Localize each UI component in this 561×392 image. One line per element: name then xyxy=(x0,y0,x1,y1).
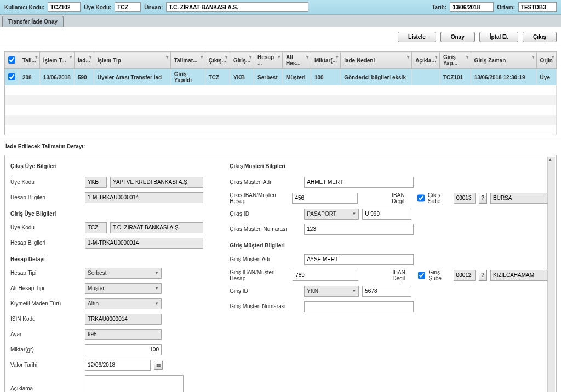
isin-field[interactable] xyxy=(85,314,162,325)
col-hesap[interactable]: Hesap ...▾ xyxy=(254,52,283,69)
table-row[interactable]: 208 13/06/2018 590 Üyeler Arası Transfer… xyxy=(5,69,557,86)
left-column: Çıkış Üye Bilgileri Üye Kodu Hesap Bilgi… xyxy=(10,163,213,393)
ayar-field[interactable] xyxy=(85,329,162,340)
calendar-icon[interactable]: ▦ xyxy=(154,361,163,370)
col-cikis[interactable]: Çıkış...▾ xyxy=(205,52,230,69)
filter-icon[interactable]: ▾ xyxy=(70,54,72,60)
out-iban-not-checkbox[interactable] xyxy=(417,193,425,204)
metal-type-select[interactable]: Altın xyxy=(85,298,162,309)
tab-bar: Transfer İade Onay xyxy=(0,15,561,27)
results-grid[interactable]: Tali...▾ İşlem T...▾ İad...▾ İşlem Tip▾ … xyxy=(4,51,557,135)
col-giris[interactable]: Giriş...▾ xyxy=(230,52,254,69)
member-code-label: Üye Kodu: xyxy=(84,4,111,10)
action-bar: Listele Onay İptal Et Çıkış xyxy=(0,27,561,47)
in-member-heading: Giriş Üye Bilgileri xyxy=(10,211,213,217)
env-label: Ortam: xyxy=(497,4,515,10)
user-code-label: Kullanıcı Kodu: xyxy=(4,4,44,10)
col-alt-hes[interactable]: Alt Hes...▾ xyxy=(282,52,311,69)
detail-panel: Çıkış Üye Bilgileri Üye Kodu Hesap Bilgi… xyxy=(4,155,557,393)
col-aciklama[interactable]: Açıkla...▾ xyxy=(412,52,440,69)
detail-section-title: İade Edilecek Talimatın Detayı: xyxy=(0,140,561,153)
approve-button[interactable]: Onay xyxy=(440,32,475,42)
out-iban-field[interactable] xyxy=(292,193,358,204)
in-branch-name[interactable] xyxy=(490,270,551,281)
filter-icon[interactable]: ▾ xyxy=(225,54,228,60)
member-code-field[interactable] xyxy=(115,2,141,12)
col-miktar[interactable]: Miktar(...▾ xyxy=(311,52,341,69)
row-checkbox[interactable] xyxy=(8,73,15,80)
valor-date-field[interactable] xyxy=(85,360,151,371)
out-member-name[interactable] xyxy=(110,177,203,188)
user-code-field[interactable] xyxy=(48,2,81,12)
list-button[interactable]: Listele xyxy=(398,32,436,42)
title-field[interactable] xyxy=(166,2,308,12)
in-member-code[interactable] xyxy=(85,222,107,233)
in-customer-name[interactable] xyxy=(304,254,414,265)
in-customer-heading: Giriş Müşteri Bilgileri xyxy=(230,243,551,249)
date-field[interactable] xyxy=(450,2,494,12)
quantity-field[interactable] xyxy=(85,344,162,355)
header-checkbox[interactable] xyxy=(8,56,15,64)
col-tali[interactable]: Tali...▾ xyxy=(19,52,40,69)
description-textarea[interactable] xyxy=(85,375,184,393)
col-giris-zaman[interactable]: Giriş Zaman▾ xyxy=(471,52,536,69)
col-giris-yap[interactable]: Giriş Yap...▾ xyxy=(439,52,471,69)
col-talimat[interactable]: Talimat...▾ xyxy=(170,52,205,69)
in-branch-lookup-button[interactable]: ? xyxy=(479,270,487,281)
filter-icon[interactable]: ▾ xyxy=(435,54,438,60)
out-branch-name[interactable] xyxy=(490,193,551,204)
out-member-heading: Çıkış Üye Bilgileri xyxy=(10,163,213,169)
filter-icon[interactable]: ▾ xyxy=(306,54,309,60)
tab-transfer-iade-onay[interactable]: Transfer İade Onay xyxy=(2,16,64,27)
title-label: Ünvan: xyxy=(144,4,163,10)
filter-icon[interactable]: ▾ xyxy=(201,54,203,60)
filter-icon[interactable]: ▾ xyxy=(407,54,410,60)
filter-icon[interactable]: ▾ xyxy=(532,54,535,60)
out-branch-lookup-button[interactable]: ? xyxy=(479,193,487,204)
out-id-type-select[interactable]: PASAPORT xyxy=(304,209,359,220)
col-islem-t[interactable]: İşlem T...▾ xyxy=(39,52,74,69)
in-id-value[interactable] xyxy=(362,286,411,297)
in-id-type-select[interactable]: YKN xyxy=(304,286,359,297)
right-column: Çıkış Müşteri Bilgileri Çıkış Müşteri Ad… xyxy=(230,163,551,393)
out-account-info[interactable] xyxy=(85,192,203,203)
in-member-name[interactable] xyxy=(110,222,203,233)
sub-account-type-select[interactable]: Müşteri xyxy=(85,283,162,294)
in-account-info[interactable] xyxy=(85,238,203,249)
filter-icon[interactable]: ▾ xyxy=(336,54,339,60)
filter-icon[interactable]: ▾ xyxy=(466,54,469,60)
col-islem-tip[interactable]: İşlem Tip▾ xyxy=(94,52,170,69)
filter-icon[interactable]: ▾ xyxy=(89,54,92,60)
filter-icon[interactable]: ▾ xyxy=(552,54,554,60)
account-type-select[interactable]: Serbest xyxy=(85,268,162,279)
cancel-button[interactable]: İptal Et xyxy=(479,32,518,42)
in-branch-code[interactable] xyxy=(454,270,476,281)
env-field[interactable] xyxy=(518,2,557,12)
date-label: Tarih: xyxy=(432,4,446,10)
exit-button[interactable]: Çıkış xyxy=(523,32,557,42)
col-iade-nedeni[interactable]: İade Nedeni▾ xyxy=(341,52,412,69)
top-bar: Kullanıcı Kodu: Üye Kodu: Ünvan: Tarih: … xyxy=(0,0,561,15)
out-customer-heading: Çıkış Müşteri Bilgileri xyxy=(230,163,551,169)
in-customer-number[interactable] xyxy=(304,301,414,312)
filter-icon[interactable]: ▾ xyxy=(249,54,252,60)
out-customer-number[interactable] xyxy=(304,224,414,235)
in-iban-field[interactable] xyxy=(293,270,358,281)
col-orjin[interactable]: Orjin▾ xyxy=(536,52,556,69)
out-customer-name[interactable] xyxy=(304,177,414,188)
col-check[interactable] xyxy=(5,52,19,69)
filter-icon[interactable]: ▾ xyxy=(278,54,280,60)
col-iad[interactable]: İad...▾ xyxy=(74,52,94,69)
out-branch-code[interactable] xyxy=(454,193,476,204)
in-iban-not-checkbox[interactable] xyxy=(418,270,425,281)
filter-icon[interactable]: ▾ xyxy=(166,54,169,60)
out-id-value[interactable] xyxy=(362,209,411,220)
scrollbar[interactable] xyxy=(547,157,555,393)
account-detail-heading: Hesap Detayı xyxy=(10,256,213,262)
filter-icon[interactable]: ▾ xyxy=(35,54,38,60)
out-member-code[interactable] xyxy=(85,177,107,188)
